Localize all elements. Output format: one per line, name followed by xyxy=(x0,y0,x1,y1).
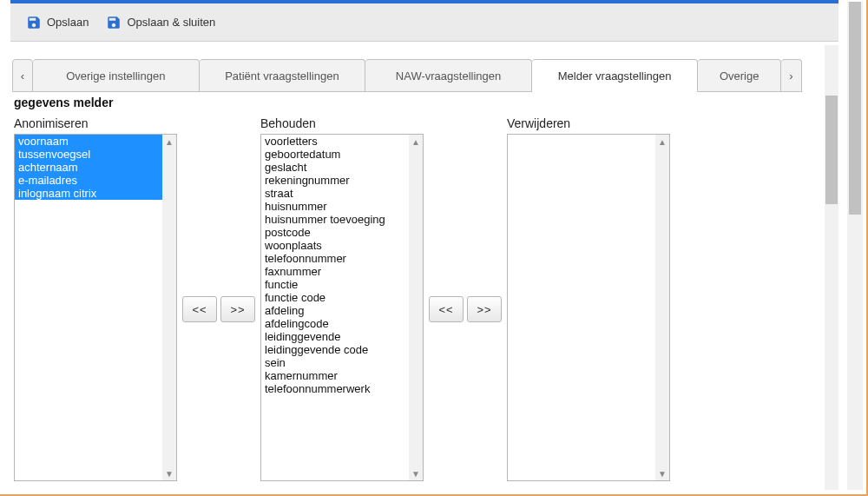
chevron-left-icon: ‹ xyxy=(21,69,24,83)
tab-scroll-left[interactable]: ‹ xyxy=(12,59,33,92)
tab-label: Melder vraagstellingen xyxy=(558,69,672,83)
list-item[interactable]: telefoonnummerwerk xyxy=(261,382,409,395)
columns: Anonimiseren voornaamtussenvoegselachter… xyxy=(12,113,819,486)
list-item[interactable]: straat xyxy=(261,187,409,200)
main-panel: Opslaan Opslaan & sluiten ‹ xyxy=(10,0,838,490)
move-left-button-2[interactable]: << xyxy=(429,296,464,322)
save-button-label: Opslaan xyxy=(47,16,89,29)
list-item[interactable]: kamernummer xyxy=(261,369,409,382)
tab-label: Overige instellingen xyxy=(66,69,165,83)
content-scrollbar-thumb[interactable] xyxy=(825,96,838,204)
list-item[interactable]: huisnummer toevoeging xyxy=(261,213,409,226)
scroll-up-icon[interactable]: ▲ xyxy=(162,135,176,149)
toolbar: Opslaan Opslaan & sluiten xyxy=(10,3,838,42)
chevron-right-icon: › xyxy=(789,69,792,83)
outer-scrollbar-thumb[interactable] xyxy=(849,2,861,215)
listbox-anonimiseren[interactable]: voornaamtussenvoegselachternaame-mailadr… xyxy=(14,134,177,481)
list-item[interactable]: rekeningnummer xyxy=(261,174,409,187)
tab-scroll-right[interactable]: › xyxy=(781,59,802,92)
scroll-up-icon[interactable]: ▲ xyxy=(409,135,423,149)
tab-overige[interactable]: Overige xyxy=(698,59,781,92)
outer-scrollbar[interactable] xyxy=(847,2,863,490)
list-item[interactable]: inlognaam citrix xyxy=(15,187,162,200)
save-close-button[interactable]: Opslaan & sluiten xyxy=(97,10,224,36)
list-item[interactable]: leidinggevende xyxy=(261,330,409,343)
tab-naw-vraagstellingen[interactable]: NAW-vraagstellingen xyxy=(365,59,532,92)
list-item[interactable]: voorletters xyxy=(261,135,409,148)
save-button[interactable]: Opslaan xyxy=(17,10,97,36)
scroll-down-icon[interactable]: ▼ xyxy=(162,466,176,480)
list-item[interactable]: geslacht xyxy=(261,161,409,174)
section-title: gegevens melder xyxy=(12,92,819,113)
listbox-behouden[interactable]: voorlettersgeboortedatumgeslachtrekening… xyxy=(260,134,424,481)
column-label-behouden: Behouden xyxy=(260,116,424,130)
list-item[interactable]: huisnummer xyxy=(261,200,409,213)
list-item[interactable]: afdeling xyxy=(261,304,409,317)
tab-label: Patiënt vraagstellingen xyxy=(225,69,339,83)
move-buttons-2: << >> xyxy=(424,136,507,483)
list-item[interactable]: geboortedatum xyxy=(261,148,409,161)
app-frame: Opslaan Opslaan & sluiten ‹ xyxy=(0,0,868,496)
scroll-down-icon[interactable]: ▼ xyxy=(409,466,423,480)
column-anonimiseren: Anonimiseren voornaamtussenvoegselachter… xyxy=(14,116,177,481)
tab-label: NAW-vraagstellingen xyxy=(396,69,501,83)
save-close-icon xyxy=(106,15,122,30)
tab-overige-instellingen[interactable]: Overige instellingen xyxy=(33,59,200,92)
column-label-anonimiseren: Anonimiseren xyxy=(14,116,177,130)
list-item[interactable]: functie xyxy=(261,278,409,291)
move-right-button-1[interactable]: >> xyxy=(220,296,255,322)
list-item[interactable]: postcode xyxy=(261,226,409,239)
list-item[interactable]: sein xyxy=(261,356,409,369)
move-right-button-2[interactable]: >> xyxy=(467,296,502,322)
save-icon xyxy=(26,15,42,30)
listbox-verwijderen[interactable]: ▲ ▼ xyxy=(507,134,670,481)
move-buttons-1: << >> xyxy=(177,136,260,483)
list-item[interactable]: woonplaats xyxy=(261,239,409,252)
list-item[interactable]: e-mailadres xyxy=(15,174,162,187)
list-item[interactable]: tussenvoegsel xyxy=(15,148,162,161)
list-item[interactable]: faxnummer xyxy=(261,265,409,278)
move-left-button-1[interactable]: << xyxy=(182,296,217,322)
tab-melder-vraagstellingen[interactable]: Melder vraagstellingen xyxy=(532,59,699,92)
list-item[interactable]: telefoonnummer xyxy=(261,252,409,265)
tabs-row: ‹ Overige instellingen Patiënt vraagstel… xyxy=(12,59,819,92)
column-behouden: Behouden voorlettersgeboortedatumgeslach… xyxy=(260,116,424,481)
list-item[interactable]: voornaam xyxy=(15,135,162,148)
tab-patient-vraagstellingen[interactable]: Patiënt vraagstellingen xyxy=(200,59,366,92)
save-close-button-label: Opslaan & sluiten xyxy=(127,16,215,29)
scroll-down-icon[interactable]: ▼ xyxy=(655,466,669,480)
list-item[interactable]: functie code xyxy=(261,291,409,304)
content-scrollbar[interactable] xyxy=(825,45,838,490)
list-item[interactable]: afdelingcode xyxy=(261,317,409,330)
list-item[interactable]: leidinggevende code xyxy=(261,343,409,356)
listbox-scrollbar[interactable]: ▲ ▼ xyxy=(655,135,669,480)
scroll-up-icon[interactable]: ▲ xyxy=(655,135,669,149)
list-item[interactable]: achternaam xyxy=(15,161,162,174)
content-area: ‹ Overige instellingen Patiënt vraagstel… xyxy=(10,45,821,490)
column-label-verwijderen: Verwijderen xyxy=(507,116,670,130)
listbox-scrollbar[interactable]: ▲ ▼ xyxy=(162,135,176,480)
column-verwijderen: Verwijderen ▲ ▼ xyxy=(507,116,670,481)
listbox-scrollbar[interactable]: ▲ ▼ xyxy=(409,135,423,480)
tab-label: Overige xyxy=(720,69,760,83)
